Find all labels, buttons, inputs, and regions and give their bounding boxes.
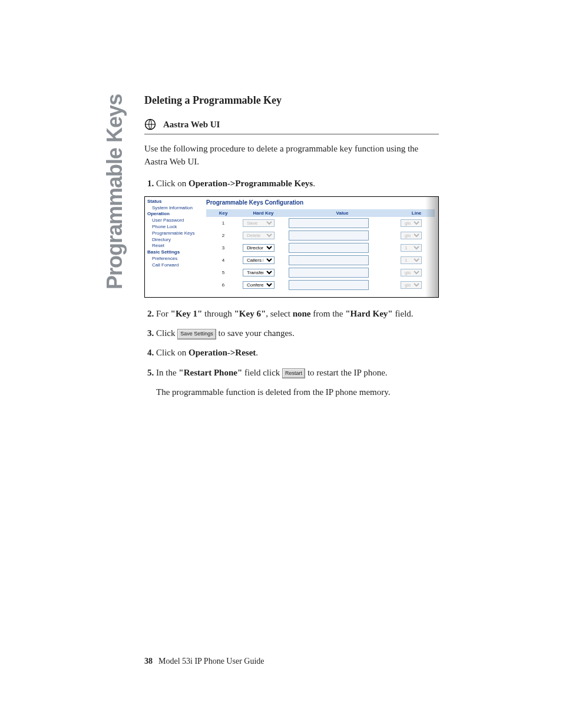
nav-item-phonelock[interactable]: Phone Lock [147, 224, 200, 230]
value-input[interactable] [289, 230, 369, 241]
save-settings-chip: Save Settings [177, 329, 216, 340]
nav-item-sysinfo[interactable]: System Information [147, 205, 200, 212]
cell-hardkey: Transfer [240, 266, 286, 279]
nav-item-userpw[interactable]: User Password [147, 218, 200, 224]
step-1: Click on Operation->Programmable Keys. [156, 177, 439, 190]
cell-key: 5 [206, 266, 240, 279]
side-tab-label: Programmable Keys [100, 94, 130, 330]
cell-line: global [398, 229, 435, 242]
step-5-note: The programmable function is deleted fro… [156, 386, 439, 399]
subhead-label: Aastra Web UI [163, 120, 220, 130]
steps-list-cont: For "Key 1" through "Key 6", select none… [144, 307, 439, 399]
cell-hardkey: Save [240, 217, 286, 229]
page-number: 38 [144, 657, 153, 666]
nav-cat-operation: Operation [147, 211, 200, 218]
nav-item-callfwd[interactable]: Call Forward [147, 262, 200, 269]
table-row: 2Deleteglobal [206, 229, 435, 242]
cell-value [286, 266, 398, 279]
cell-value [286, 279, 398, 291]
steps-list: Click on Operation->Programmable Keys. [144, 177, 439, 190]
hardkey-select: Delete [243, 232, 275, 239]
cell-line: global [398, 217, 435, 229]
cell-line: 1 [398, 242, 435, 254]
hardkey-select[interactable]: Directory [243, 244, 275, 252]
line-select: global [401, 219, 422, 227]
cell-key: 4 [206, 254, 240, 266]
line-select: global [401, 232, 422, 239]
col-hardkey: Hard Key [240, 209, 286, 217]
line-select: global [401, 269, 422, 276]
cell-line: global [398, 266, 435, 279]
keys-table: Key Hard Key Value Line 1Saveglobal2Dele… [206, 209, 435, 291]
nav-cat-status: Status [147, 199, 200, 205]
panel-title: Programmable Keys Configuration [206, 199, 435, 206]
hardkey-select: Save [243, 219, 275, 227]
cell-key: 6 [206, 279, 240, 291]
content-column: Deleting a Programmable Key Aastra Web U… [144, 94, 439, 405]
cell-value [286, 229, 398, 242]
cell-hardkey: Callers List [240, 254, 286, 266]
main-pane: Programmable Keys Configuration Key Hard… [203, 197, 438, 297]
nav-item-reset[interactable]: Reset [147, 243, 200, 249]
divider [144, 134, 439, 134]
value-input[interactable] [289, 280, 369, 290]
cell-hardkey: Directory [240, 242, 286, 254]
cell-key: 2 [206, 229, 240, 242]
table-row: 4Callers List1 [206, 254, 435, 266]
table-row: 5Transferglobal [206, 266, 435, 279]
step-4: Click on Operation->Reset. [156, 346, 439, 360]
cell-key: 3 [206, 242, 240, 254]
value-input[interactable] [289, 255, 369, 265]
guide-title: Model 53i IP Phone User Guide [158, 657, 265, 666]
nav-cat-basic: Basic Settings [147, 249, 200, 256]
services-heading: Services [206, 296, 435, 298]
col-key: Key [206, 209, 240, 217]
line-select: 1 [401, 244, 422, 252]
nav-item-prefs[interactable]: Preferences [147, 256, 200, 262]
table-row: 6Conferenceglobal [206, 279, 435, 291]
step-2: For "Key 1" through "Key 6", select none… [156, 307, 439, 321]
value-input[interactable] [289, 218, 369, 228]
nav-item-progkeys[interactable]: Programmable Keys [147, 230, 200, 237]
cell-key: 1 [206, 217, 240, 229]
table-row: 3Directory1 [206, 242, 435, 254]
nav-item-directory[interactable]: Directory [147, 237, 200, 243]
line-select: 1 [401, 256, 422, 264]
cell-line: global [398, 279, 435, 291]
restart-chip: Restart [282, 368, 305, 379]
subhead-row: Aastra Web UI [144, 118, 439, 130]
page: Programmable Keys Deleting a Programmabl… [0, 0, 562, 728]
globe-icon [144, 118, 156, 130]
col-line: Line [398, 209, 435, 217]
page-footer: 38Model 53i IP Phone User Guide [144, 657, 265, 666]
hardkey-select[interactable]: Callers List [243, 256, 275, 264]
cell-hardkey: Delete [240, 229, 286, 242]
cell-line: 1 [398, 254, 435, 266]
cell-value [286, 242, 398, 254]
table-row: 1Saveglobal [206, 217, 435, 229]
nav-pane: Status System Information Operation User… [145, 197, 203, 297]
step-3: Click Save Settings to save your changes… [156, 327, 439, 340]
intro-text: Use the following procedure to delete a … [144, 143, 439, 169]
cell-hardkey: Conference [240, 279, 286, 291]
cell-value [286, 217, 398, 229]
section-heading: Deleting a Programmable Key [144, 94, 439, 107]
line-select: global [401, 281, 422, 289]
webui-screenshot: Status System Information Operation User… [144, 196, 439, 298]
step-5: In the "Restart Phone" field click Resta… [156, 366, 439, 400]
cell-value [286, 254, 398, 266]
hardkey-select[interactable]: Transfer [243, 269, 275, 276]
hardkey-select[interactable]: Conference [243, 281, 275, 289]
value-input[interactable] [289, 243, 369, 253]
value-input[interactable] [289, 268, 369, 278]
col-value: Value [286, 209, 398, 217]
